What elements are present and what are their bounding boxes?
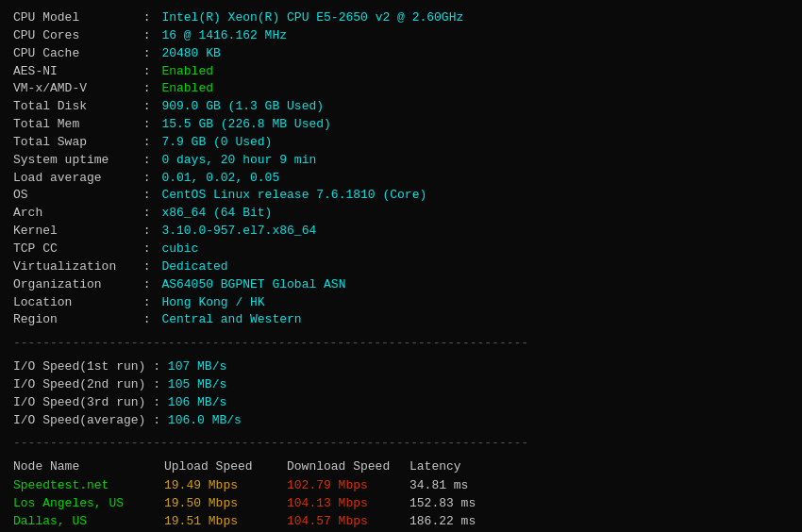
cpu-model-row: CPU Model : Intel(R) Xeon(R) CPU E5-2650… — [13, 9, 789, 27]
region-value: Central and Western — [161, 311, 301, 329]
io-run3-row: I/O Speed(3rd run) : 106 MB/s — [13, 394, 789, 412]
os-label: OS — [13, 187, 136, 205]
arch-label: Arch — [13, 205, 136, 223]
aes-ni-value: Enabled — [161, 63, 213, 81]
system-info: CPU Model : Intel(R) Xeon(R) CPU E5-2650… — [13, 9, 789, 329]
col-download-header: Download Speed — [287, 458, 409, 476]
kernel-label: Kernel — [13, 223, 136, 241]
io-run3-value: 106 MB/s — [168, 394, 226, 412]
io-section: I/O Speed(1st run) : 107 MB/s I/O Speed(… — [13, 358, 789, 429]
table-header: Node Name Upload Speed Download Speed La… — [13, 458, 789, 476]
cell-upload: 19.49 Mbps — [164, 477, 287, 495]
total-mem-row: Total Mem : 15.5 GB (226.8 MB Used) — [13, 116, 789, 134]
io-run1-row: I/O Speed(1st run) : 107 MB/s — [13, 358, 789, 376]
io-run2-label: I/O Speed(2nd run) — [13, 376, 145, 394]
cell-node: Los Angeles, US — [13, 495, 164, 513]
virtualization-label: Virtualization — [13, 258, 136, 276]
table-row: Dallas, US 19.51 Mbps 104.57 Mbps 186.22… — [13, 513, 789, 531]
table-body: Speedtest.net 19.49 Mbps 102.79 Mbps 34.… — [13, 477, 789, 532]
cpu-cache-label: CPU Cache — [13, 45, 136, 63]
location-label: Location — [13, 294, 136, 312]
load-average-value: 0.01, 0.02, 0.05 — [161, 170, 279, 188]
io-avg-row: I/O Speed(average) : 106.0 MB/s — [13, 412, 789, 430]
table-row: Speedtest.net 19.49 Mbps 102.79 Mbps 34.… — [13, 477, 789, 495]
system-uptime-label: System uptime — [13, 152, 136, 170]
cell-latency: 186.22 ms — [409, 513, 504, 531]
organization-value: AS64050 BGPNET Global ASN — [161, 276, 345, 294]
cpu-cores-row: CPU Cores : 16 @ 1416.162 MHz — [13, 27, 789, 45]
region-label: Region — [13, 311, 136, 329]
cpu-model-label: CPU Model — [13, 9, 136, 27]
col-latency-header: Latency — [409, 458, 504, 476]
cell-node: Speedtest.net — [13, 477, 164, 495]
cell-upload: 19.50 Mbps — [164, 495, 287, 513]
arch-value: x86_64 (64 Bit) — [161, 205, 272, 223]
cell-latency: 152.83 ms — [409, 495, 504, 513]
cell-upload: 19.51 Mbps — [164, 513, 287, 531]
kernel-value: 3.10.0-957.el7.x86_64 — [161, 223, 316, 241]
divider-1: ----------------------------------------… — [13, 335, 789, 353]
location-row: Location : Hong Kong / HK — [13, 294, 789, 312]
organization-row: Organization : AS64050 BGPNET Global ASN — [13, 276, 789, 294]
aes-ni-row: AES-NI : Enabled — [13, 63, 789, 81]
aes-ni-label: AES-NI — [13, 63, 136, 81]
cell-download: 104.57 Mbps — [287, 513, 409, 531]
cpu-cores-value: 16 @ 1416.162 MHz — [161, 27, 287, 45]
total-mem-label: Total Mem — [13, 116, 136, 134]
total-swap-value: 7.9 GB (0 Used) — [161, 134, 272, 152]
io-avg-label: I/O Speed(average) — [13, 412, 145, 430]
os-value: CentOS Linux release 7.6.1810 (Core) — [161, 187, 426, 205]
vm-amd-label: VM-x/AMD-V — [13, 80, 136, 98]
system-uptime-value: 0 days, 20 hour 9 min — [161, 152, 316, 170]
vm-amd-value: Enabled — [161, 80, 213, 98]
tcp-cc-label: TCP CC — [13, 241, 136, 258]
os-row: OS : CentOS Linux release 7.6.1810 (Core… — [13, 187, 789, 205]
cell-latency: 34.81 ms — [409, 477, 504, 495]
io-avg-value: 106.0 MB/s — [168, 412, 242, 430]
system-uptime-row: System uptime : 0 days, 20 hour 9 min — [13, 152, 789, 170]
total-disk-label: Total Disk — [13, 98, 136, 116]
col-node-header: Node Name — [13, 458, 164, 476]
virtualization-value: Dedicated — [161, 258, 227, 276]
tcp-cc-row: TCP CC : cubic — [13, 241, 789, 258]
cell-download: 102.79 Mbps — [287, 477, 409, 495]
location-value: Hong Kong / HK — [161, 294, 264, 312]
io-run2-row: I/O Speed(2nd run) : 105 MB/s — [13, 376, 789, 394]
col-upload-header: Upload Speed — [164, 458, 287, 476]
total-disk-value: 909.0 GB (1.3 GB Used) — [161, 98, 324, 116]
arch-row: Arch : x86_64 (64 Bit) — [13, 205, 789, 223]
io-run1-value: 107 MB/s — [168, 358, 226, 376]
tcp-cc-value: cubic — [161, 241, 198, 258]
load-average-row: Load average : 0.01, 0.02, 0.05 — [13, 170, 789, 188]
io-run3-label: I/O Speed(3rd run) — [13, 394, 145, 412]
cell-node: Dallas, US — [13, 513, 164, 531]
cpu-cache-value: 20480 KB — [161, 45, 220, 63]
load-average-label: Load average — [13, 170, 136, 188]
total-swap-label: Total Swap — [13, 134, 136, 152]
table-row: Los Angeles, US 19.50 Mbps 104.13 Mbps 1… — [13, 495, 789, 513]
divider-2: ----------------------------------------… — [13, 435, 789, 453]
io-run2-value: 105 MB/s — [168, 376, 226, 394]
cell-download: 104.13 Mbps — [287, 495, 409, 513]
total-mem-value: 15.5 GB (226.8 MB Used) — [161, 116, 330, 134]
kernel-row: Kernel : 3.10.0-957.el7.x86_64 — [13, 223, 789, 241]
total-disk-row: Total Disk : 909.0 GB (1.3 GB Used) — [13, 98, 789, 116]
cpu-cache-row: CPU Cache : 20480 KB — [13, 45, 789, 63]
vm-amd-row: VM-x/AMD-V : Enabled — [13, 80, 789, 98]
virtualization-row: Virtualization : Dedicated — [13, 258, 789, 276]
total-swap-row: Total Swap : 7.9 GB (0 Used) — [13, 134, 789, 152]
io-run1-label: I/O Speed(1st run) — [13, 358, 145, 376]
speed-table: Node Name Upload Speed Download Speed La… — [13, 458, 789, 532]
region-row: Region : Central and Western — [13, 311, 789, 329]
cpu-model-value: Intel(R) Xeon(R) CPU E5-2650 v2 @ 2.60GH… — [161, 9, 463, 27]
organization-label: Organization — [13, 276, 136, 294]
cpu-cores-label: CPU Cores — [13, 27, 136, 45]
